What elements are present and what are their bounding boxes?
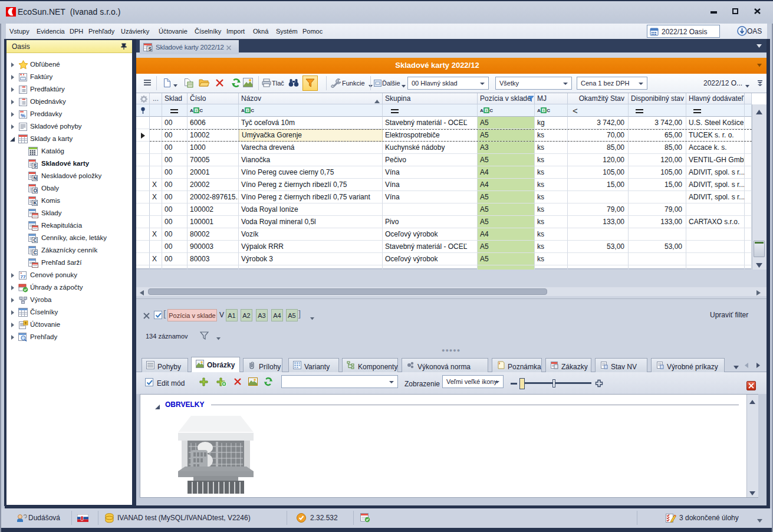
svg-text:C: C [34, 249, 37, 255]
svg-text:K: K [34, 200, 38, 206]
svg-text:C: C [34, 237, 37, 243]
svg-text:N: N [34, 175, 37, 181]
svg-text:S: S [34, 163, 37, 169]
svg-text:77: 77 [21, 274, 26, 280]
svg-text:%: % [21, 113, 25, 119]
svg-text:S: S [149, 46, 152, 52]
svg-text:O: O [34, 188, 38, 193]
